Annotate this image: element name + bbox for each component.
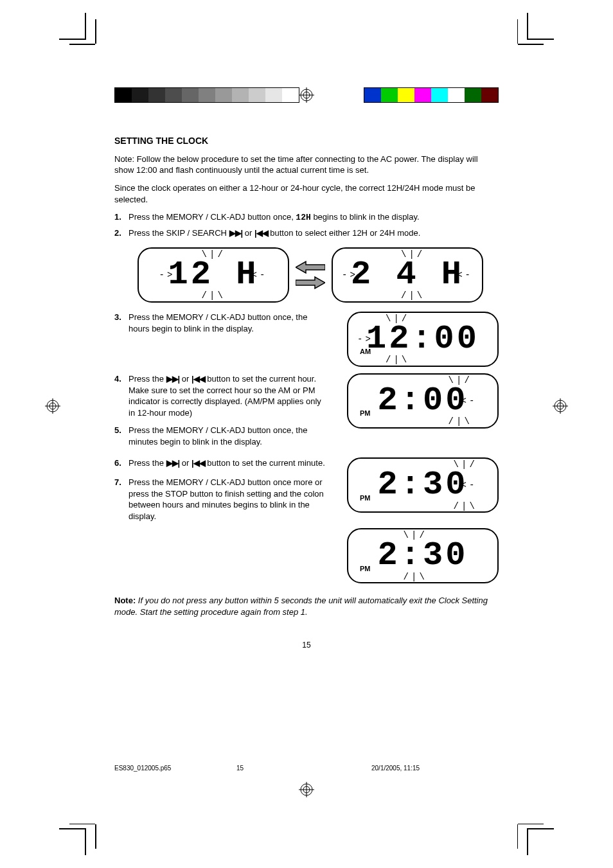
bidirectional-arrows <box>296 260 325 290</box>
crop-mark <box>518 44 544 45</box>
footer-date: 20/1/2005, 11:15 <box>371 765 420 772</box>
step-text: Press the ▶▶| or |◀◀ button to set the c… <box>129 373 325 418</box>
blink-indicator-icon: /|\ <box>202 291 226 300</box>
ampm-indicator: PM <box>360 564 371 574</box>
footer-page: 15 <box>236 765 244 772</box>
crop-mark <box>59 828 86 829</box>
skip-back-icon: |◀◀ <box>191 374 205 384</box>
lcd-value: 2 4 H <box>351 256 464 294</box>
blink-indicator-icon: \|/ <box>404 531 427 540</box>
crop-mark <box>517 19 519 44</box>
blink-indicator-icon: \|/ <box>454 460 477 469</box>
step-text-c: button to set the current minute. <box>207 458 325 468</box>
blink-indicator-icon: /|\ <box>454 502 477 511</box>
blink-indicator-icon: <- <box>252 270 268 279</box>
step-3-row: 3. Press the MEMORY / CLK-ADJ button onc… <box>114 312 499 367</box>
blink-indicator-icon: -> <box>159 270 175 279</box>
step-2: 2. Press the SKIP / SEARCH ▶▶| or |◀◀ bu… <box>114 227 499 239</box>
step-number: 7. <box>114 477 129 522</box>
page-content: SETTING THE CLOCK Note: Follow the below… <box>114 135 499 650</box>
step-text: Press the MEMORY / CLK-ADJ button once, … <box>129 211 499 224</box>
section-title: SETTING THE CLOCK <box>114 135 499 147</box>
step-number: 5. <box>114 425 129 447</box>
lcd-mode-row: -> \|/ 12 H /|\ <- -> \|/ 2 4 H /|\ <- <box>138 247 499 303</box>
step-text: Press the MEMORY / CLK-ADJ button once, … <box>129 425 325 447</box>
step-6-row: 6. Press the ▶▶| or |◀◀ button to set th… <box>114 457 499 583</box>
lcd-value: 12 H <box>168 256 259 294</box>
lcd-24h: -> \|/ 2 4 H /|\ <- <box>332 247 483 303</box>
crop-mark <box>527 13 528 39</box>
step-text-b: or <box>245 228 254 238</box>
note-label: Note: <box>114 596 136 605</box>
blink-indicator-icon: \|/ <box>202 250 226 259</box>
registration-icon <box>299 782 314 797</box>
crop-mark <box>95 824 96 849</box>
crop-mark <box>85 13 86 39</box>
blink-indicator-icon: /|\ <box>404 572 427 581</box>
step-1: 1. Press the MEMORY / CLK-ADJ button onc… <box>114 211 499 224</box>
skip-back-icon: |◀◀ <box>254 228 268 238</box>
arrow-left-icon <box>296 260 325 274</box>
skip-forward-icon: ▶▶| <box>166 458 180 468</box>
grayscale-calibration-bar <box>114 87 299 103</box>
step-text-b: or <box>182 374 191 384</box>
footer-filename: ES830_012005.p65 <box>114 765 171 772</box>
lcd-value: 2:00 <box>378 382 468 420</box>
step-number: 6. <box>114 457 129 469</box>
step-text-a: Press the SKIP / SEARCH <box>129 228 229 238</box>
svg-marker-16 <box>296 261 325 273</box>
note-paragraph: Note: If you do not press any button wit… <box>114 595 499 617</box>
crop-mark <box>527 39 554 40</box>
step-text: Press the ▶▶| or |◀◀ button to set the c… <box>129 457 325 469</box>
step-number: 1. <box>114 211 129 224</box>
registration-icon <box>299 87 314 103</box>
lcd-230-setting: PM \|/ 2:30 /|\ <- <box>347 457 499 513</box>
print-footer: ES830_012005.p65 15 20/1/2005, 11:15 <box>114 765 499 772</box>
note-text: If you do not press any button within 5 … <box>114 596 488 617</box>
step-text-a: Press the <box>129 458 166 468</box>
intro-paragraph-2: Since the clock operates on either a 12-… <box>114 182 499 205</box>
color-calibration-bar <box>364 87 499 103</box>
crop-mark <box>69 44 95 45</box>
crop-mark <box>85 829 86 855</box>
lcd-value: 12:00 <box>366 320 479 358</box>
skip-back-icon: |◀◀ <box>191 458 205 468</box>
crop-mark <box>517 824 519 849</box>
step-text: Press the SKIP / SEARCH ▶▶| or |◀◀ butto… <box>129 227 499 239</box>
blink-indicator-icon: <- <box>457 270 473 279</box>
blink-indicator-icon: /|\ <box>386 355 409 364</box>
lcd-230-final: PM \|/ 2:30 /|\ <box>347 528 499 583</box>
intro-paragraph-1: Note: Follow the below procedure to set … <box>114 154 499 176</box>
blink-indicator-icon: -> <box>357 335 373 344</box>
lcd-value: 2:30 <box>378 466 468 504</box>
crop-mark <box>518 824 544 825</box>
page-number: 15 <box>114 640 499 650</box>
arrow-right-icon <box>296 276 325 290</box>
skip-forward-icon: ▶▶| <box>229 228 243 238</box>
step-text-a: Press the <box>129 374 166 384</box>
step-6: 6. Press the ▶▶| or |◀◀ button to set th… <box>114 457 325 469</box>
lcd-12h: -> \|/ 12 H /|\ <- <box>138 247 289 303</box>
step-number: 3. <box>114 312 129 334</box>
crop-mark <box>95 19 96 44</box>
step-text-b: begins to blink in the display. <box>313 212 419 222</box>
step-text-b: or <box>182 458 191 468</box>
registration-icon <box>553 398 568 414</box>
step-text: Press the MEMORY / CLK-ADJ button once m… <box>129 477 325 522</box>
blink-indicator-icon: /|\ <box>401 291 425 300</box>
step-text-c: button to select either 12H or 24H mode. <box>270 228 420 238</box>
lcd-value: 2:30 <box>378 536 468 574</box>
ampm-indicator: PM <box>360 493 371 503</box>
svg-marker-17 <box>296 277 325 288</box>
step-text: Press the MEMORY / CLK-ADJ button once, … <box>129 312 325 334</box>
crop-mark <box>527 829 528 855</box>
step-7: 7. Press the MEMORY / CLK-ADJ button onc… <box>114 477 325 522</box>
crop-mark <box>69 824 95 825</box>
skip-forward-icon: ▶▶| <box>166 374 180 384</box>
crop-mark <box>527 828 554 829</box>
step-text-a: Press the MEMORY / CLK-ADJ button once, <box>129 212 296 222</box>
lcd-1200: AM -> \|/ 12:00 /|\ <box>347 312 499 367</box>
registration-icon <box>45 398 60 414</box>
blink-indicator-icon: \|/ <box>401 250 425 259</box>
blink-indicator-icon: <- <box>461 396 477 405</box>
